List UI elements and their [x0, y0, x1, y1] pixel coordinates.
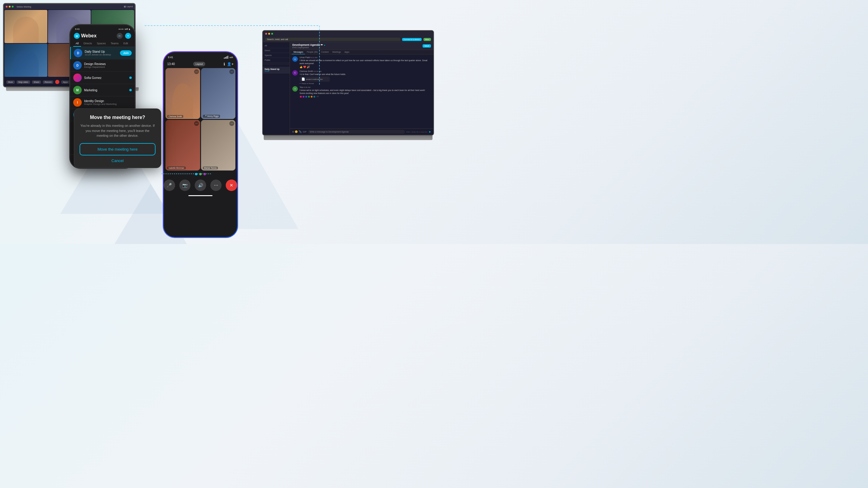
add-icon[interactable]: +	[125, 33, 131, 39]
meet-label[interactable]: Meet	[423, 44, 431, 47]
lr-sidebar: All Direct Spaces Public Daily Stand Up …	[263, 42, 290, 135]
minimize-btn[interactable]	[9, 6, 10, 7]
emoji-icon[interactable]: 😊	[295, 130, 298, 133]
input-bar: B 😊 📎 GIF Write a message to Development…	[290, 128, 433, 135]
phone-header: w Webex ✏ +	[70, 32, 135, 41]
chat-subtitle: ENG Deployment	[292, 46, 325, 48]
battery-icon: ▮	[129, 28, 130, 30]
avatar-daily: D	[74, 49, 82, 57]
message-text-2: +1 to that. Can't wait to see what the f…	[300, 73, 431, 76]
attachment-name: project-roadmap.doc	[306, 78, 323, 80]
record-button[interactable]: Record	[43, 80, 53, 84]
sidebar-item-public[interactable]: Public	[263, 58, 290, 63]
shortcut-hint: Shift + Enter for a new line	[406, 131, 427, 133]
participant-name-2: 🎤 Henry Riggs	[203, 115, 220, 118]
bold-icon[interactable]: B	[292, 130, 294, 133]
participant-name-4: Marise Torres	[203, 167, 218, 169]
seen-count: +2	[316, 96, 318, 98]
lr-close-btn[interactable]	[265, 33, 267, 35]
list-item-daily-standup[interactable]: D Daily Stand Up 13:29 Joined on desktop…	[70, 47, 135, 59]
list-item-marketing[interactable]: M Marketing	[70, 84, 135, 96]
video-cell-4	[4, 44, 47, 77]
maximize-btn[interactable]	[12, 6, 13, 7]
more-options-button[interactable]: ⋯	[210, 180, 222, 191]
tab-messages[interactable]: Messages	[292, 50, 305, 54]
stop-video-button[interactable]: Stop video	[17, 80, 30, 84]
call-controls: 🎤 📷 🔊 ⋯ ✕	[164, 178, 237, 193]
sender-umar: Umar Patel 8:12 AM	[300, 56, 431, 59]
person-add-icon[interactable]: 👤+	[227, 62, 234, 66]
tab-directs[interactable]: Directs	[81, 41, 94, 47]
message-text-3: I know we're on tight schedules, and eve…	[300, 89, 431, 95]
tab-all[interactable]: All	[73, 41, 81, 47]
lr-content: All Direct Spaces Public Daily Stand Up …	[263, 42, 433, 135]
layout-label: ▦ Layout	[124, 5, 133, 8]
doc-icon: 📄	[301, 77, 305, 81]
tab-people[interactable]: People (30)	[305, 50, 319, 54]
camera-button[interactable]: 📷	[179, 180, 191, 191]
item-info-daily: Daily Stand Up 13:29 Joined on desktop	[85, 50, 118, 56]
apps-button[interactable]: Apps	[61, 80, 70, 84]
chat-header: Development Agenda ✏ ● ENG Deployment Me…	[290, 42, 433, 50]
end-call-button[interactable]	[55, 80, 59, 84]
tab-apps[interactable]: Apps	[343, 50, 351, 54]
status-icons: ▲▲▲ wifi ▮	[119, 28, 130, 30]
search-bar: Search, meet, and call Connect to a devi…	[263, 37, 433, 42]
chat-tabs: Messages People (30) Content Meetings Ap…	[290, 50, 433, 55]
sidebar-item-spaces[interactable]: Spaces	[263, 53, 290, 58]
share-button[interactable]: Share	[32, 80, 41, 84]
phone-right-inner: 9:41 wifi 13:40 Layout ℹ 👤+ ⋯	[164, 52, 237, 237]
list-item-design-reviews[interactable]: D Design Reviews Design Department	[70, 59, 135, 72]
sidebar-item-all[interactable]: All	[263, 43, 290, 48]
list-item-identity[interactable]: I Identity Design Graphic Design and Mar…	[70, 96, 135, 109]
end-call-button[interactable]: ✕	[226, 180, 237, 191]
tab-edit[interactable]: Edit	[121, 41, 131, 47]
lr-minimize-btn[interactable]	[268, 33, 270, 35]
compose-icon[interactable]: ✏	[117, 33, 123, 39]
more-icon-1[interactable]: ⋯	[194, 69, 199, 74]
sidebar-item-daily-standup[interactable]: Daily Stand Up 13:40	[263, 67, 290, 73]
mute-button[interactable]: Mute	[6, 80, 15, 84]
laptop-right: Search, meet, and call Connect to a devi…	[262, 30, 434, 144]
signal-icon: ▲▲▲	[119, 28, 124, 30]
message-2: C Clarissa Smith 10:18 AM +1 to that. Ca…	[292, 70, 431, 85]
meet-button[interactable]: Meet	[424, 38, 431, 41]
more-icon-3[interactable]: ⋯	[194, 121, 199, 126]
connect-device-button[interactable]: Connect to a device	[402, 38, 422, 41]
unread-badge-marketing	[129, 89, 132, 91]
layout-button[interactable]: Layout	[193, 62, 205, 66]
attach-icon[interactable]: 📎	[299, 130, 302, 133]
tab-teams[interactable]: Teams	[108, 41, 121, 47]
video-participant-4: ⋯ Marise Torres	[201, 120, 236, 171]
tab-spaces[interactable]: Spaces	[94, 41, 108, 47]
join-button[interactable]: Join	[120, 50, 132, 56]
move-meeting-button[interactable]: Move the meeting here	[80, 143, 156, 156]
speaker-button[interactable]: 🔊	[195, 180, 206, 191]
sidebar-item-direct[interactable]: Direct	[263, 48, 290, 53]
dialog-title: Move the meeting here?	[80, 115, 156, 120]
close-btn[interactable]	[6, 6, 7, 7]
tab-meetings[interactable]: Meetings	[331, 50, 343, 54]
lr-maximize-btn[interactable]	[271, 33, 273, 35]
message-input[interactable]: Write a message to Development Agenda	[308, 130, 405, 134]
avatar-identity: I	[73, 98, 82, 107]
item-name-identity: Identity Design	[84, 99, 132, 103]
message-1: U Umar Patel 8:12 AM I think we should a…	[292, 56, 431, 68]
item-sub-identity: Graphic Design and Marketing	[84, 103, 132, 105]
mic-button[interactable]: 🎤	[164, 180, 175, 191]
more-icon-4[interactable]: ⋯	[229, 121, 234, 126]
reply-thread[interactable]: ↩ Reply to thread	[300, 82, 431, 84]
message-3: Y You 8:38 AM I know we're on tight sche…	[292, 86, 431, 98]
tab-content[interactable]: Content	[319, 50, 331, 54]
move-meeting-dialog: Move the meeting here? You're already in…	[74, 108, 161, 168]
gif-icon[interactable]: GIF	[303, 130, 307, 133]
list-item-sofia[interactable]: Sofia Gomez	[70, 72, 135, 84]
item-name-design: Design Reviews	[84, 62, 132, 66]
attachment[interactable]: 📄 project-roadmap.doc	[300, 76, 330, 82]
more-icon-2[interactable]: ⋯	[229, 69, 234, 74]
info-icon[interactable]: ℹ	[224, 62, 225, 66]
info-icons: ℹ 👤+	[224, 62, 234, 66]
send-button[interactable]: ➤	[429, 130, 431, 133]
search-input[interactable]: Search, meet, and call	[265, 38, 400, 41]
cancel-button[interactable]: Cancel	[80, 158, 156, 163]
